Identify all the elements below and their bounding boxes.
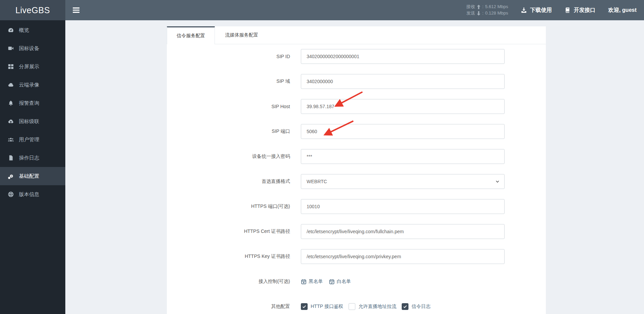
form-row-other-config: 其他配置HTTP 接口鉴权允许直播地址拉流信令日志 (167, 299, 546, 314)
sidebar-item-label: 分屏展示 (19, 64, 39, 70)
form-row-sip-host: SIP Host (167, 99, 546, 114)
access-control-label: 接入控制(可选) (167, 279, 290, 285)
sip-id-input[interactable] (301, 49, 505, 64)
https-port-label: HTTPS 端口(可选) (167, 203, 290, 210)
form-row-sip-id: SIP ID (167, 49, 546, 64)
signaling-log-label: 信令日志 (412, 304, 430, 310)
file-icon (7, 155, 14, 161)
whitelist-link[interactable]: 白名单 (329, 279, 351, 285)
sip-host-control (301, 99, 505, 114)
arrow-down-icon (477, 11, 481, 16)
sip-port-input[interactable] (301, 124, 505, 139)
unchecked-checkbox[interactable] (349, 303, 355, 310)
send-value: 0.128 Mbps (485, 10, 508, 17)
api-docs-link[interactable]: 开发接口 (564, 7, 595, 14)
signaling-log-checkbox[interactable]: 信令日志 (402, 303, 430, 310)
sip-domain-label: SIP 域 (167, 78, 290, 84)
sidebar-item-label: 操作日志 (19, 155, 39, 161)
sidebar-toggle-button[interactable] (67, 4, 85, 16)
sidebar-nav: 概览国标设备分屏展示云端录像报警查询国标级联用户管理操作日志基础配置版本信息 (0, 20, 65, 314)
allow-url-pull-checkbox[interactable]: 允许直播地址拉流 (349, 303, 396, 310)
stat-separator: : (482, 4, 484, 10)
form-row-access-control: 接入控制(可选)黑名单白名单 (167, 274, 546, 289)
device-access-password-label: 设备统一接入密码 (167, 153, 290, 160)
blacklist-label: 黑名单 (309, 279, 323, 285)
sidebar-item-概览[interactable]: 概览 (0, 21, 65, 39)
sidebar-item-报警查询[interactable]: 报警查询 (0, 94, 65, 112)
https-port-input[interactable] (301, 199, 505, 214)
https-key-path-label: HTTPS Key 证书路径 (167, 253, 290, 260)
life-ring-icon (7, 191, 14, 197)
config-tabs: 信令服务配置流媒体服务配置 (167, 26, 546, 44)
https-cert-path-label: HTTPS Cert 证书路径 (167, 228, 290, 235)
sidebar-item-label: 报警查询 (19, 100, 39, 106)
hamburger-icon (73, 7, 80, 13)
sip-host-input[interactable] (301, 99, 505, 114)
welcome-user[interactable]: 欢迎, guest (608, 7, 637, 14)
sidebar-item-操作日志[interactable]: 操作日志 (0, 149, 65, 167)
brand-logo[interactable]: LiveGBS (0, 0, 65, 20)
sidebar-item-云端录像[interactable]: 云端录像 (0, 76, 65, 94)
sip-id-control (301, 49, 505, 64)
http-api-auth-checkbox[interactable]: HTTP 接口鉴权 (301, 303, 343, 310)
sidebar-item-国标级联[interactable]: 国标级联 (0, 112, 65, 130)
sidebar-item-label: 概览 (19, 27, 29, 33)
access-control-control: 黑名单白名单 (301, 279, 505, 285)
https-key-path-input[interactable] (301, 249, 505, 264)
form-row-https-cert-path: HTTPS Cert 证书路径 (167, 224, 546, 239)
sidebar-item-分屏展示[interactable]: 分屏展示 (0, 57, 65, 76)
allow-url-pull-label: 允许直播地址拉流 (358, 304, 396, 310)
tab-信令服务配置[interactable]: 信令服务配置 (167, 26, 215, 44)
network-stats: 接收 : 5.612 Mbps 发送 : 0.128 Mbps (466, 4, 508, 17)
cloud-icon (7, 82, 14, 88)
cloud-upload-icon (7, 118, 14, 124)
sidebar-item-国标设备[interactable]: 国标设备 (0, 39, 65, 57)
sip-id-label: SIP ID (167, 54, 290, 59)
receive-label: 接收 (466, 4, 475, 10)
sidebar-item-label: 国标级联 (19, 118, 39, 125)
device-access-password-control (301, 149, 505, 164)
chevron-down-icon (495, 179, 500, 184)
receive-value: 5.612 Mbps (485, 4, 508, 10)
tab-流媒体服务配置[interactable]: 流媒体服务配置 (220, 26, 264, 44)
download-link[interactable]: 下载使用 (521, 7, 552, 14)
form-row-sip-port: SIP 端口 (167, 124, 546, 139)
calendar-x-icon (301, 279, 307, 285)
cogs-icon (7, 173, 14, 179)
signal-config-form: SIP IDSIP 域SIP HostSIP 端口设备统一接入密码首选直播格式W… (167, 44, 546, 314)
preferred-live-format-control: WEBRTC (301, 174, 505, 189)
sidebar-item-版本信息[interactable]: 版本信息 (0, 185, 65, 203)
sidebar-item-label: 基础配置 (19, 173, 39, 179)
stat-separator: : (482, 10, 484, 17)
https-key-path-control (301, 249, 505, 264)
http-api-auth-label: HTTP 接口鉴权 (311, 304, 343, 310)
https-cert-path-input[interactable] (301, 224, 505, 239)
whitelist-label: 白名单 (337, 279, 351, 285)
preferred-live-format-value: WEBRTC (307, 179, 327, 184)
sidebar-item-label: 云端录像 (19, 82, 39, 88)
content-area: 信令服务配置流媒体服务配置 SIP IDSIP 域SIP HostSIP 端口设… (65, 20, 644, 314)
config-card: 信令服务配置流媒体服务配置 SIP IDSIP 域SIP HostSIP 端口设… (167, 26, 546, 314)
send-rate: 发送 : 0.128 Mbps (466, 10, 508, 17)
sidebar-item-基础配置[interactable]: 基础配置 (0, 167, 65, 185)
sip-domain-input[interactable] (301, 74, 505, 89)
form-row-preferred-live-format: 首选直播格式WEBRTC (167, 174, 546, 189)
download-icon (521, 7, 527, 13)
checked-checkbox-icon[interactable] (402, 303, 408, 310)
form-row-https-key-path: HTTPS Key 证书路径 (167, 249, 546, 264)
other-config-label: 其他配置 (167, 304, 290, 310)
sip-domain-control (301, 74, 505, 89)
users-icon (7, 137, 14, 143)
dashboard-icon (7, 27, 14, 33)
device-access-password-input[interactable] (301, 149, 505, 164)
form-row-device-access-password: 设备统一接入密码 (167, 149, 546, 164)
preferred-live-format-select[interactable]: WEBRTC (301, 174, 505, 189)
checked-checkbox-icon[interactable] (301, 303, 308, 310)
arrow-up-icon (477, 5, 481, 9)
blacklist-link[interactable]: 黑名单 (301, 279, 323, 285)
sidebar-item-label: 版本信息 (19, 191, 39, 198)
sidebar-item-用户管理[interactable]: 用户管理 (0, 130, 65, 149)
download-label: 下载使用 (530, 7, 552, 14)
top-header: LiveGBS 接收 : 5.612 Mbps 发送 (0, 0, 644, 20)
grid-icon (7, 64, 14, 70)
